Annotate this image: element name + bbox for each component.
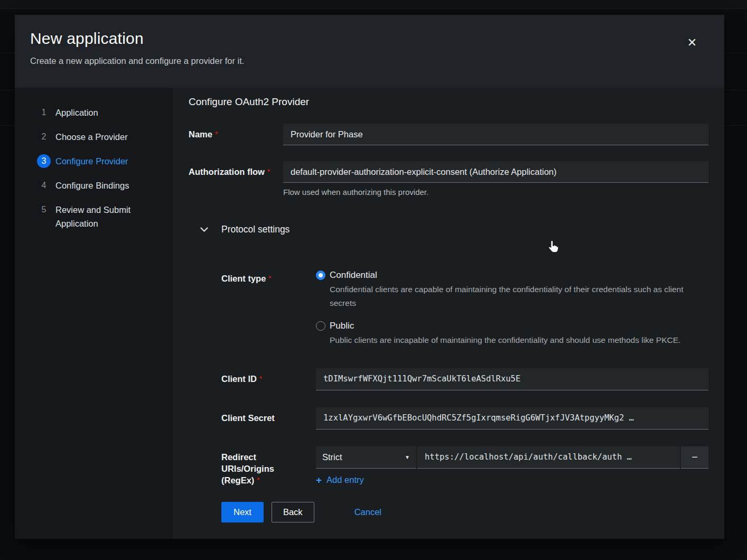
wizard: 1 Application 2 Choose a Provider 3 Conf… (15, 88, 724, 539)
client-type-option-public: Public Public clients are incapable of m… (316, 319, 708, 351)
client-type-label: Client type* (221, 268, 316, 284)
redirect-uris-row: Redirect URIs/Origins (RegEx)* Strict ▼ … (221, 446, 708, 486)
wizard-step-application[interactable]: 1 Application (15, 100, 173, 125)
add-entry-link[interactable]: + Add entry (316, 475, 364, 485)
required-asterisk: * (267, 167, 270, 175)
step-number: 4 (37, 179, 51, 192)
name-label: Name* (189, 124, 283, 140)
wizard-step-configure-provider[interactable]: 3 Configure Provider (15, 149, 173, 173)
radio-confidential[interactable] (316, 270, 325, 280)
background-top-bar (0, 0, 747, 9)
client-secret-input[interactable]: 1zxlAYgxwrV6wGfbEBocUQhdRC5Zf5gIxrqmseRi… (316, 407, 708, 430)
form-heading: Configure OAuth2 Provider (189, 96, 708, 108)
radio-confidential-description: Confidential clients are capable of main… (330, 283, 708, 310)
authorization-flow-helper: Flow used when authorizing this provider… (283, 188, 708, 197)
wizard-step-configure-bindings[interactable]: 4 Configure Bindings (15, 173, 173, 198)
name-row: Name* Provider for Phase (189, 124, 708, 145)
wizard-steps-nav: 1 Application 2 Choose a Provider 3 Conf… (15, 88, 173, 539)
step-number: 2 (37, 130, 51, 144)
radio-public-description: Public clients are incapable of maintain… (330, 333, 708, 347)
protocol-settings-body: Client type* Confidential Confidential c… (221, 268, 708, 522)
required-asterisk: * (257, 476, 259, 484)
plus-icon: + (316, 475, 322, 485)
authorization-flow-label: Authorization flow* (189, 161, 283, 178)
authorization-flow-row: Authorization flow* default-provider-aut… (189, 161, 708, 197)
redirect-mode-select[interactable]: Strict ▼ (316, 446, 416, 469)
step-number: 5 (37, 203, 51, 217)
add-entry-label: Add entry (326, 475, 364, 485)
step-label: Configure Provider (55, 154, 128, 168)
client-id-row: Client ID* tDIMswrfWFXQjt111Qwr7mScaUkT6… (221, 368, 708, 390)
client-type-option-confidential: Confidential Confidential clients are ca… (316, 268, 708, 314)
cancel-button[interactable]: Cancel (354, 502, 381, 522)
required-asterisk: * (268, 274, 271, 282)
protocol-settings-toggle[interactable]: Protocol settings (189, 224, 708, 235)
wizard-step-review-submit[interactable]: 5 Review and Submit Application (15, 198, 173, 236)
redirect-mode-value: Strict (322, 446, 342, 468)
modal-title: New application (30, 30, 693, 48)
client-id-label: Client ID* (221, 368, 316, 385)
next-button[interactable]: Next (221, 502, 264, 522)
authorization-flow-select[interactable]: default-provider-authorization-explicit-… (283, 161, 708, 183)
client-secret-label: Client Secret (221, 407, 316, 424)
remove-entry-button[interactable]: − (681, 446, 708, 469)
new-application-modal: New application Create a new application… (15, 15, 724, 539)
close-button[interactable]: ✕ (683, 34, 701, 52)
redirect-uris-label: Redirect URIs/Origins (RegEx)* (221, 446, 316, 486)
name-input[interactable]: Provider for Phase (283, 124, 708, 145)
required-asterisk: * (259, 375, 262, 382)
protocol-settings-label: Protocol settings (221, 224, 290, 235)
client-secret-row: Client Secret 1zxlAYgxwrV6wGfbEBocUQhdRC… (221, 407, 708, 430)
step-label: Review and Submit Application (55, 203, 145, 230)
client-id-input[interactable]: tDIMswrfWFXQjt111Qwr7mScaUkT6leASdlRxu5E (316, 368, 708, 390)
redirect-uri-input[interactable]: https://localhost/api/auth/callback/auth… (417, 446, 680, 469)
close-icon: ✕ (687, 36, 697, 49)
back-button[interactable]: Back (272, 502, 314, 522)
chevron-down-icon (200, 227, 221, 232)
wizard-step-choose-provider[interactable]: 2 Choose a Provider (15, 125, 173, 149)
wizard-footer: Next Back Cancel (221, 502, 708, 522)
caret-down-icon: ▼ (405, 446, 410, 468)
modal-description: Create a new application and configure a… (30, 56, 693, 66)
radio-public-label[interactable]: Public (330, 319, 708, 333)
step-number: 3 (37, 154, 51, 168)
required-asterisk: * (215, 130, 218, 138)
step-number: 1 (37, 106, 51, 119)
minus-icon: − (692, 451, 698, 463)
step-label: Choose a Provider (55, 130, 128, 144)
wizard-content: Configure OAuth2 Provider Name* Provider… (173, 88, 724, 539)
client-type-row: Client type* Confidential Confidential c… (221, 268, 708, 356)
step-label: Configure Bindings (55, 179, 129, 192)
modal-header: New application Create a new application… (15, 15, 724, 88)
radio-confidential-label[interactable]: Confidential (330, 268, 708, 283)
step-label: Application (55, 106, 98, 119)
radio-public[interactable] (316, 321, 325, 331)
redirect-entry: Strict ▼ https://localhost/api/auth/call… (316, 446, 708, 469)
